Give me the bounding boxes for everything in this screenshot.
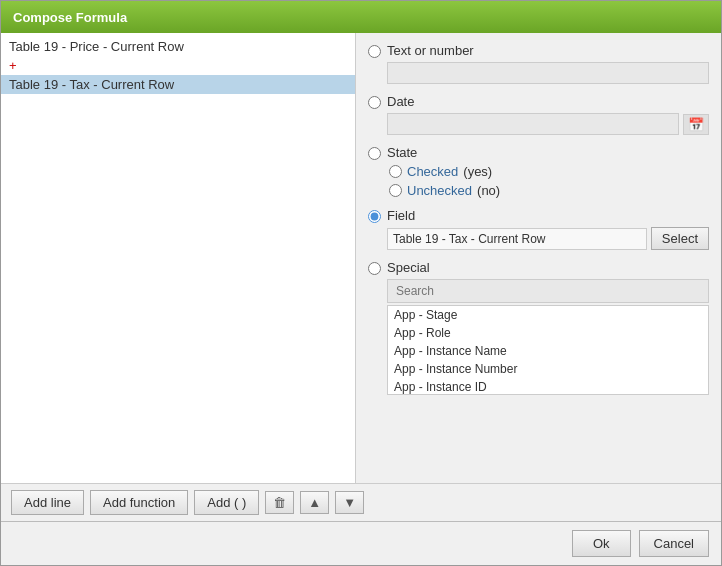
label-special: Special bbox=[387, 260, 430, 275]
radio-field[interactable] bbox=[368, 210, 381, 223]
radio-unchecked[interactable] bbox=[389, 184, 402, 197]
calendar-icon: 📅 bbox=[688, 117, 704, 132]
options-panel: Text or number Date 📅 bbox=[356, 33, 721, 483]
list-item[interactable]: App - Role bbox=[388, 324, 708, 342]
footer-bar: Add line Add function Add ( ) 🗑 ▲ ▼ bbox=[1, 483, 721, 521]
list-item[interactable]: App - Instance Number bbox=[388, 360, 708, 378]
label-text-or-number: Text or number bbox=[387, 43, 474, 58]
dialog-body: Table 19 - Price - Current Row + Table 1… bbox=[1, 33, 721, 483]
calendar-button[interactable]: 📅 bbox=[683, 114, 709, 135]
date-input[interactable] bbox=[387, 113, 679, 135]
formula-line-2[interactable]: Table 19 - Tax - Current Row bbox=[1, 75, 355, 94]
radio-date[interactable] bbox=[368, 96, 381, 109]
formula-list-panel: Table 19 - Price - Current Row + Table 1… bbox=[1, 33, 356, 483]
compose-formula-dialog: Compose Formula Table 19 - Price - Curre… bbox=[0, 0, 722, 566]
add-paren-button[interactable]: Add ( ) bbox=[194, 490, 259, 515]
select-button[interactable]: Select bbox=[651, 227, 709, 250]
option-special: Special App - Stage App - Role App - Ins… bbox=[368, 260, 709, 395]
move-down-button[interactable]: ▼ bbox=[335, 491, 364, 514]
dialog-header: Compose Formula bbox=[1, 1, 721, 33]
add-line-button[interactable]: Add line bbox=[11, 490, 84, 515]
dialog-title: Compose Formula bbox=[13, 10, 127, 25]
radio-text-or-number[interactable] bbox=[368, 45, 381, 58]
radio-special[interactable] bbox=[368, 262, 381, 275]
label-date: Date bbox=[387, 94, 414, 109]
delete-button[interactable]: 🗑 bbox=[265, 491, 294, 514]
add-function-button[interactable]: Add function bbox=[90, 490, 188, 515]
option-field: Field Select bbox=[368, 208, 709, 250]
list-item[interactable]: App - Instance Name bbox=[388, 342, 708, 360]
dialog-bottom: Ok Cancel bbox=[1, 521, 721, 565]
ok-button[interactable]: Ok bbox=[572, 530, 631, 557]
state-sub-options: Checked (yes) Unchecked (no) bbox=[389, 164, 709, 198]
option-text-or-number: Text or number bbox=[368, 43, 709, 84]
move-up-button[interactable]: ▲ bbox=[300, 491, 329, 514]
state-unchecked-label[interactable]: Unchecked (no) bbox=[389, 183, 709, 198]
list-item[interactable]: App - Stage bbox=[388, 306, 708, 324]
radio-checked[interactable] bbox=[389, 165, 402, 178]
down-icon: ▼ bbox=[343, 495, 356, 510]
formula-line-1[interactable]: Table 19 - Price - Current Row bbox=[1, 37, 355, 56]
list-item[interactable]: App - Instance ID bbox=[388, 378, 708, 395]
up-icon: ▲ bbox=[308, 495, 321, 510]
text-or-number-input[interactable] bbox=[387, 62, 709, 84]
special-search-input[interactable] bbox=[387, 279, 709, 303]
radio-state[interactable] bbox=[368, 147, 381, 160]
field-value-input[interactable] bbox=[387, 228, 647, 250]
special-items-list: App - Stage App - Role App - Instance Na… bbox=[387, 305, 709, 395]
option-state: State Checked (yes) Unchecked (no) bbox=[368, 145, 709, 198]
formula-operator[interactable]: + bbox=[1, 56, 355, 75]
option-date: Date 📅 bbox=[368, 94, 709, 135]
label-state: State bbox=[387, 145, 417, 160]
delete-icon: 🗑 bbox=[273, 495, 286, 510]
state-checked-label[interactable]: Checked (yes) bbox=[389, 164, 709, 179]
cancel-button[interactable]: Cancel bbox=[639, 530, 709, 557]
label-field: Field bbox=[387, 208, 415, 223]
